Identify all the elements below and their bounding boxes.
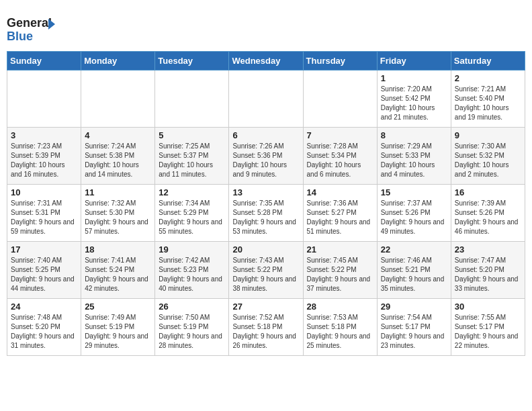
- day-number: 19: [159, 244, 225, 255]
- day-info: Sunrise: 7:49 AMSunset: 5:19 PMDaylight:…: [85, 313, 151, 351]
- calendar-cell: 4Sunrise: 7:24 AMSunset: 5:38 PMDaylight…: [81, 128, 155, 185]
- day-info: Sunrise: 7:31 AMSunset: 5:31 PMDaylight:…: [11, 199, 77, 236]
- calendar-cell: 26Sunrise: 7:50 AMSunset: 5:19 PMDayligh…: [155, 299, 229, 356]
- day-number: 18: [85, 244, 151, 255]
- day-info: Sunrise: 7:20 AMSunset: 5:42 PMDaylight:…: [381, 85, 447, 122]
- header: GeneralBlue: [7, 7, 525, 46]
- day-info: Sunrise: 7:30 AMSunset: 5:32 PMDaylight:…: [455, 142, 521, 179]
- calendar-cell: 22Sunrise: 7:46 AMSunset: 5:21 PMDayligh…: [377, 242, 451, 299]
- day-number: 9: [455, 130, 521, 140]
- day-info: Sunrise: 7:36 AMSunset: 5:27 PMDaylight:…: [307, 199, 373, 236]
- calendar-cell: [229, 71, 303, 128]
- calendar-cell: 13Sunrise: 7:35 AMSunset: 5:28 PMDayligh…: [229, 185, 303, 242]
- day-info: Sunrise: 7:50 AMSunset: 5:19 PMDaylight:…: [159, 313, 225, 351]
- calendar-cell: 16Sunrise: 7:39 AMSunset: 5:26 PMDayligh…: [451, 185, 525, 242]
- day-number: 5: [159, 130, 225, 140]
- day-info: Sunrise: 7:40 AMSunset: 5:25 PMDaylight:…: [11, 256, 77, 293]
- day-info: Sunrise: 7:45 AMSunset: 5:22 PMDaylight:…: [307, 256, 373, 293]
- logo-svg: GeneralBlue: [7, 12, 60, 46]
- day-info: Sunrise: 7:32 AMSunset: 5:30 PMDaylight:…: [85, 199, 151, 236]
- day-number: 22: [381, 244, 447, 255]
- day-info: Sunrise: 7:24 AMSunset: 5:38 PMDaylight:…: [85, 142, 151, 179]
- day-info: Sunrise: 7:34 AMSunset: 5:29 PMDaylight:…: [159, 199, 225, 236]
- header-day-friday: Friday: [377, 52, 451, 71]
- day-number: 16: [455, 187, 521, 197]
- day-number: 13: [232, 187, 299, 197]
- calendar-cell: [7, 71, 81, 128]
- svg-text:Blue: Blue: [7, 30, 33, 43]
- calendar-cell: 8Sunrise: 7:29 AMSunset: 5:33 PMDaylight…: [377, 128, 451, 185]
- day-info: Sunrise: 7:25 AMSunset: 5:37 PMDaylight:…: [159, 142, 225, 179]
- calendar-cell: 23Sunrise: 7:47 AMSunset: 5:20 PMDayligh…: [451, 242, 525, 299]
- day-number: 4: [85, 130, 151, 140]
- calendar-cell: 18Sunrise: 7:41 AMSunset: 5:24 PMDayligh…: [81, 242, 155, 299]
- header-day-saturday: Saturday: [451, 52, 525, 71]
- day-number: 26: [159, 302, 225, 312]
- day-info: Sunrise: 7:41 AMSunset: 5:24 PMDaylight:…: [85, 256, 151, 293]
- day-number: 1: [381, 73, 447, 83]
- day-info: Sunrise: 7:35 AMSunset: 5:28 PMDaylight:…: [232, 199, 299, 236]
- day-number: 6: [232, 130, 299, 140]
- day-number: 2: [455, 73, 521, 83]
- day-info: Sunrise: 7:52 AMSunset: 5:18 PMDaylight:…: [232, 313, 299, 351]
- calendar-cell: 20Sunrise: 7:43 AMSunset: 5:22 PMDayligh…: [229, 242, 303, 299]
- calendar-cell: 5Sunrise: 7:25 AMSunset: 5:37 PMDaylight…: [155, 128, 229, 185]
- week-row-0: 1Sunrise: 7:20 AMSunset: 5:42 PMDaylight…: [7, 71, 525, 128]
- day-info: Sunrise: 7:28 AMSunset: 5:34 PMDaylight:…: [307, 142, 373, 179]
- day-number: 7: [307, 130, 373, 140]
- day-number: 30: [455, 302, 521, 312]
- calendar-cell: 21Sunrise: 7:45 AMSunset: 5:22 PMDayligh…: [303, 242, 377, 299]
- calendar-cell: 25Sunrise: 7:49 AMSunset: 5:19 PMDayligh…: [81, 299, 155, 356]
- day-number: 8: [381, 130, 447, 140]
- calendar-cell: 15Sunrise: 7:37 AMSunset: 5:26 PMDayligh…: [377, 185, 451, 242]
- calendar-cell: [303, 71, 377, 128]
- header-day-sunday: Sunday: [7, 52, 81, 71]
- day-info: Sunrise: 7:23 AMSunset: 5:39 PMDaylight:…: [11, 142, 77, 179]
- day-number: 20: [232, 244, 299, 255]
- calendar-cell: 6Sunrise: 7:26 AMSunset: 5:36 PMDaylight…: [229, 128, 303, 185]
- day-info: Sunrise: 7:42 AMSunset: 5:23 PMDaylight:…: [159, 256, 225, 293]
- day-info: Sunrise: 7:39 AMSunset: 5:26 PMDaylight:…: [455, 199, 521, 236]
- day-info: Sunrise: 7:26 AMSunset: 5:36 PMDaylight:…: [232, 142, 299, 179]
- day-number: 3: [11, 130, 77, 140]
- header-day-monday: Monday: [81, 52, 155, 71]
- day-number: 24: [11, 302, 77, 312]
- day-number: 23: [455, 244, 521, 255]
- calendar-table: SundayMondayTuesdayWednesdayThursdayFrid…: [7, 51, 525, 356]
- calendar-cell: 14Sunrise: 7:36 AMSunset: 5:27 PMDayligh…: [303, 185, 377, 242]
- calendar-cell: 28Sunrise: 7:53 AMSunset: 5:18 PMDayligh…: [303, 299, 377, 356]
- day-number: 28: [307, 302, 373, 312]
- header-day-tuesday: Tuesday: [155, 52, 229, 71]
- week-row-3: 17Sunrise: 7:40 AMSunset: 5:25 PMDayligh…: [7, 242, 525, 299]
- calendar-cell: 29Sunrise: 7:54 AMSunset: 5:17 PMDayligh…: [377, 299, 451, 356]
- header-day-thursday: Thursday: [303, 52, 377, 71]
- calendar-cell: [81, 71, 155, 128]
- day-info: Sunrise: 7:37 AMSunset: 5:26 PMDaylight:…: [381, 199, 447, 236]
- day-number: 14: [307, 187, 373, 197]
- week-row-4: 24Sunrise: 7:48 AMSunset: 5:20 PMDayligh…: [7, 299, 525, 356]
- calendar-cell: 1Sunrise: 7:20 AMSunset: 5:42 PMDaylight…: [377, 71, 451, 128]
- day-number: 12: [159, 187, 225, 197]
- svg-text:General: General: [7, 16, 52, 30]
- day-info: Sunrise: 7:43 AMSunset: 5:22 PMDaylight:…: [232, 256, 299, 293]
- day-info: Sunrise: 7:47 AMSunset: 5:20 PMDaylight:…: [455, 256, 521, 293]
- day-number: 25: [85, 302, 151, 312]
- day-number: 17: [11, 244, 77, 255]
- day-number: 15: [381, 187, 447, 197]
- logo: GeneralBlue: [7, 12, 60, 46]
- calendar-cell: 27Sunrise: 7:52 AMSunset: 5:18 PMDayligh…: [229, 299, 303, 356]
- header-row: SundayMondayTuesdayWednesdayThursdayFrid…: [7, 52, 525, 71]
- day-info: Sunrise: 7:46 AMSunset: 5:21 PMDaylight:…: [381, 256, 447, 293]
- calendar-cell: 10Sunrise: 7:31 AMSunset: 5:31 PMDayligh…: [7, 185, 81, 242]
- day-number: 10: [11, 187, 77, 197]
- calendar-cell: 9Sunrise: 7:30 AMSunset: 5:32 PMDaylight…: [451, 128, 525, 185]
- day-number: 27: [232, 302, 299, 312]
- week-row-2: 10Sunrise: 7:31 AMSunset: 5:31 PMDayligh…: [7, 185, 525, 242]
- calendar-cell: [155, 71, 229, 128]
- calendar-cell: 17Sunrise: 7:40 AMSunset: 5:25 PMDayligh…: [7, 242, 81, 299]
- day-info: Sunrise: 7:48 AMSunset: 5:20 PMDaylight:…: [11, 313, 77, 351]
- calendar-cell: 7Sunrise: 7:28 AMSunset: 5:34 PMDaylight…: [303, 128, 377, 185]
- calendar-cell: 12Sunrise: 7:34 AMSunset: 5:29 PMDayligh…: [155, 185, 229, 242]
- day-info: Sunrise: 7:55 AMSunset: 5:17 PMDaylight:…: [455, 313, 521, 351]
- calendar-cell: 19Sunrise: 7:42 AMSunset: 5:23 PMDayligh…: [155, 242, 229, 299]
